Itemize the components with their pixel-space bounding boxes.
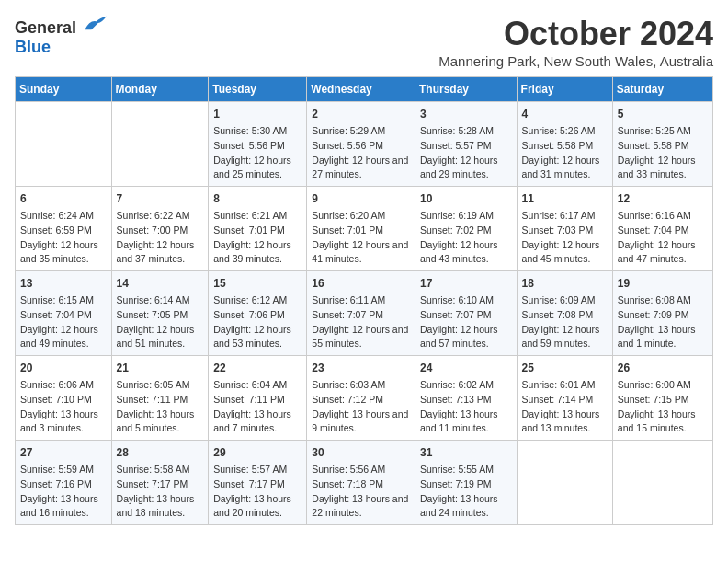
logo: General Blue (15, 15, 108, 57)
calendar-cell: 16Sunrise: 6:11 AMSunset: 7:07 PMDayligh… (307, 271, 415, 356)
day-number: 19 (618, 275, 708, 292)
month-title: October 2024 (438, 15, 713, 53)
calendar-header: SundayMondayTuesdayWednesdayThursdayFrid… (16, 77, 713, 102)
daylight-text: Daylight: 12 hours and 57 minutes. (420, 323, 512, 352)
day-number: 28 (117, 444, 204, 461)
day-number: 13 (20, 275, 107, 292)
calendar-cell: 30Sunrise: 5:56 AMSunset: 7:18 PMDayligh… (307, 441, 415, 525)
daylight-text: Daylight: 12 hours and 27 minutes. (312, 154, 410, 183)
calendar-week-row: 27Sunrise: 5:59 AMSunset: 7:16 PMDayligh… (16, 441, 713, 525)
sunrise-text: Sunrise: 6:01 AM (522, 378, 608, 393)
sunset-text: Sunset: 7:00 PM (117, 224, 204, 238)
daylight-text: Daylight: 13 hours and 24 minutes. (420, 492, 512, 522)
day-header-tuesday: Tuesday (209, 77, 307, 102)
calendar-cell: 28Sunrise: 5:58 AMSunset: 7:17 PMDayligh… (111, 441, 209, 525)
sunrise-text: Sunrise: 6:21 AM (213, 209, 301, 224)
day-number: 1 (213, 106, 301, 122)
sunrise-text: Sunrise: 5:30 AM (213, 124, 301, 139)
sunrise-text: Sunrise: 6:16 AM (618, 209, 708, 224)
calendar-cell: 24Sunrise: 6:02 AMSunset: 7:13 PMDayligh… (415, 356, 517, 441)
daylight-text: Daylight: 12 hours and 45 minutes. (522, 238, 608, 268)
calendar-cell: 3Sunrise: 5:28 AMSunset: 5:57 PMDaylight… (415, 102, 517, 187)
sunrise-text: Sunrise: 6:20 AM (312, 209, 410, 224)
sunrise-text: Sunrise: 6:09 AM (522, 293, 608, 308)
sunrise-text: Sunrise: 6:04 AM (213, 378, 301, 393)
sunset-text: Sunset: 5:56 PM (312, 139, 410, 154)
sunset-text: Sunset: 7:12 PM (312, 393, 410, 408)
day-header-saturday: Saturday (612, 77, 712, 102)
daylight-text: Daylight: 12 hours and 35 minutes. (20, 238, 107, 268)
sunset-text: Sunset: 7:03 PM (522, 224, 608, 238)
calendar-cell: 7Sunrise: 6:22 AMSunset: 7:00 PMDaylight… (111, 187, 209, 271)
day-number: 6 (20, 190, 107, 207)
sunset-text: Sunset: 7:04 PM (618, 224, 708, 238)
day-number: 9 (312, 190, 410, 207)
calendar-week-row: 1Sunrise: 5:30 AMSunset: 5:56 PMDaylight… (16, 102, 713, 187)
day-number: 17 (420, 275, 512, 292)
daylight-text: Daylight: 13 hours and 20 minutes. (213, 492, 301, 522)
sunrise-text: Sunrise: 6:19 AM (420, 209, 512, 224)
daylight-text: Daylight: 12 hours and 59 minutes. (522, 323, 608, 352)
day-number: 16 (312, 275, 410, 292)
sunset-text: Sunset: 5:56 PM (213, 139, 301, 154)
calendar-cell: 19Sunrise: 6:08 AMSunset: 7:09 PMDayligh… (612, 271, 712, 356)
sunrise-text: Sunrise: 5:55 AM (420, 463, 512, 477)
calendar-cell: 1Sunrise: 5:30 AMSunset: 5:56 PMDaylight… (209, 102, 307, 187)
calendar-cell: 25Sunrise: 6:01 AMSunset: 7:14 PMDayligh… (517, 356, 612, 441)
sunset-text: Sunset: 7:17 PM (117, 477, 204, 492)
calendar-cell: 23Sunrise: 6:03 AMSunset: 7:12 PMDayligh… (307, 356, 415, 441)
day-number: 15 (213, 275, 301, 292)
sunrise-text: Sunrise: 5:56 AM (312, 463, 410, 477)
calendar-cell: 10Sunrise: 6:19 AMSunset: 7:02 PMDayligh… (415, 187, 517, 271)
sunrise-text: Sunrise: 5:57 AM (213, 463, 301, 477)
sunrise-text: Sunrise: 5:58 AM (117, 463, 204, 477)
daylight-text: Daylight: 13 hours and 13 minutes. (522, 408, 608, 437)
sunset-text: Sunset: 7:10 PM (20, 393, 107, 408)
page-header: General Blue October 2024 Mannering Park… (15, 15, 713, 69)
calendar-cell: 18Sunrise: 6:09 AMSunset: 7:08 PMDayligh… (517, 271, 612, 356)
sunset-text: Sunset: 7:01 PM (213, 224, 301, 238)
calendar-body: 1Sunrise: 5:30 AMSunset: 5:56 PMDaylight… (16, 102, 713, 525)
daylight-text: Daylight: 12 hours and 53 minutes. (213, 323, 301, 352)
sunset-text: Sunset: 5:58 PM (522, 139, 608, 154)
calendar-cell: 5Sunrise: 5:25 AMSunset: 5:58 PMDaylight… (612, 102, 712, 187)
daylight-text: Daylight: 12 hours and 31 minutes. (522, 154, 608, 183)
calendar-cell: 6Sunrise: 6:24 AMSunset: 6:59 PMDaylight… (16, 187, 112, 271)
title-block: October 2024 Mannering Park, New South W… (438, 15, 713, 69)
day-number: 31 (420, 444, 512, 461)
sunrise-text: Sunrise: 6:11 AM (312, 293, 410, 308)
sunset-text: Sunset: 7:04 PM (20, 308, 107, 323)
daylight-text: Daylight: 12 hours and 43 minutes. (420, 238, 512, 268)
daylight-text: Daylight: 13 hours and 3 minutes. (20, 408, 107, 437)
sunrise-text: Sunrise: 5:25 AM (618, 124, 708, 139)
calendar-cell (612, 441, 712, 525)
sunset-text: Sunset: 7:02 PM (420, 224, 512, 238)
sunset-text: Sunset: 6:59 PM (20, 224, 107, 238)
sunset-text: Sunset: 7:19 PM (420, 477, 512, 492)
day-header-wednesday: Wednesday (307, 77, 415, 102)
sunset-text: Sunset: 7:14 PM (522, 393, 608, 408)
calendar-cell: 8Sunrise: 6:21 AMSunset: 7:01 PMDaylight… (209, 187, 307, 271)
day-number: 26 (618, 360, 708, 376)
calendar-cell: 4Sunrise: 5:26 AMSunset: 5:58 PMDaylight… (517, 102, 612, 187)
day-number: 10 (420, 190, 512, 207)
daylight-text: Daylight: 13 hours and 1 minute. (618, 323, 708, 352)
sunset-text: Sunset: 7:01 PM (312, 224, 410, 238)
day-number: 4 (522, 106, 608, 122)
day-header-monday: Monday (111, 77, 209, 102)
day-number: 23 (312, 360, 410, 376)
daylight-text: Daylight: 13 hours and 5 minutes. (117, 408, 204, 437)
day-number: 22 (213, 360, 301, 376)
calendar-cell: 11Sunrise: 6:17 AMSunset: 7:03 PMDayligh… (517, 187, 612, 271)
sunset-text: Sunset: 7:13 PM (420, 393, 512, 408)
sunrise-text: Sunrise: 6:06 AM (20, 378, 107, 393)
sunset-text: Sunset: 7:11 PM (213, 393, 301, 408)
day-number: 29 (213, 444, 301, 461)
calendar-cell: 29Sunrise: 5:57 AMSunset: 7:17 PMDayligh… (209, 441, 307, 525)
daylight-text: Daylight: 13 hours and 16 minutes. (20, 492, 107, 522)
sunset-text: Sunset: 7:07 PM (312, 308, 410, 323)
sunrise-text: Sunrise: 5:28 AM (420, 124, 512, 139)
calendar-cell: 2Sunrise: 5:29 AMSunset: 5:56 PMDaylight… (307, 102, 415, 187)
sunrise-text: Sunrise: 6:14 AM (117, 293, 204, 308)
day-number: 14 (117, 275, 204, 292)
